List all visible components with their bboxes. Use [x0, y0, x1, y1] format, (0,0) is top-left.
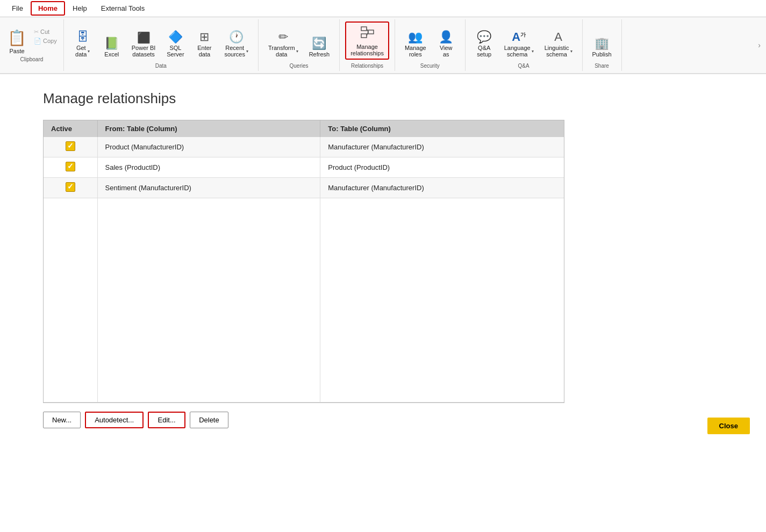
relationships-table: Active From: Table (Column) To: Table (C…: [44, 120, 564, 402]
enter-data-icon: ⊞: [199, 31, 209, 43]
paste-button[interactable]: 📋 Paste: [4, 28, 30, 55]
content-area: Manage relationships Active From: Table …: [0, 74, 766, 450]
page-title: Manage relationships: [43, 90, 723, 107]
to-cell-2: Product (ProductID): [320, 157, 564, 178]
refresh-button[interactable]: 🔄 Refresh: [305, 35, 334, 60]
from-cell-2: Sales (ProductID): [97, 157, 320, 178]
enter-data-button[interactable]: ⊞ Enter data: [191, 29, 218, 60]
relationships-group-label: Relationships: [351, 63, 383, 69]
empty-rows: [44, 198, 564, 402]
to-cell-1: Manufacturer (ManufacturerID): [320, 137, 564, 157]
manage-roles-button[interactable]: 👥 Manage roles: [400, 29, 431, 60]
table-row[interactable]: Product (ManufacturerID) Manufacturer (M…: [44, 137, 564, 157]
language-icon: A가: [512, 31, 526, 43]
linguistic-icon: A: [554, 31, 562, 43]
get-data-button[interactable]: 🗄 Get data▾: [69, 29, 96, 60]
table-row[interactable]: Sentiment (ManufacturerID) Manufacturer …: [44, 178, 564, 198]
ribbon-group-queries: ✏ Transform data▾ 🔄 Refresh Queries: [259, 19, 340, 71]
excel-icon: 📗: [104, 38, 119, 49]
get-data-icon: 🗄: [77, 31, 89, 43]
excel-button[interactable]: 📗 Excel: [98, 35, 125, 60]
from-cell-3: Sentiment (ManufacturerID): [97, 178, 320, 198]
active-checkbox-1[interactable]: [66, 141, 75, 151]
active-cell-1[interactable]: [44, 137, 97, 157]
language-schema-button[interactable]: A가 Language schema▾: [500, 29, 538, 60]
svg-rect-2: [368, 30, 374, 34]
active-checkbox-3[interactable]: [66, 182, 75, 192]
edit-button[interactable]: Edit...: [148, 412, 185, 428]
ribbon-group-security: 👥 Manage roles 👤 View as Security: [395, 19, 466, 71]
active-checkbox-2[interactable]: [66, 162, 75, 171]
qa-group-label: Q&A: [518, 63, 529, 69]
action-buttons: New... Autodetect... Edit... Delete: [43, 412, 564, 428]
close-button-wrapper: Close: [707, 418, 750, 434]
from-cell-1: Product (ManufacturerID): [97, 137, 320, 157]
publish-icon: 🏢: [595, 38, 609, 49]
ribbon-expand-icon[interactable]: ›: [758, 41, 761, 49]
table-row[interactable]: Sales (ProductID) Product (ProductID): [44, 157, 564, 178]
ribbon-group-qa: 💬 Q&A setup A가 Language schema▾ A Lingui…: [466, 19, 583, 71]
ribbon-group-clipboard: 📋 Paste ✂ Cut 📄 Copy Clipboard: [0, 19, 64, 71]
qa-icon: 💬: [477, 31, 491, 43]
sql-server-button[interactable]: 🔷 SQL Server: [162, 29, 189, 60]
ribbon: 📋 Paste ✂ Cut 📄 Copy Clipboard 🗄 Get: [0, 17, 766, 74]
new-button[interactable]: New...: [43, 412, 81, 428]
close-button[interactable]: Close: [707, 418, 750, 434]
ribbon-group-data: 🗄 Get data▾ 📗 Excel ⬛ Power BI datasets …: [64, 19, 259, 71]
cut-button[interactable]: ✂ Cut: [32, 28, 59, 36]
queries-group-label: Queries: [290, 63, 309, 69]
svg-rect-1: [361, 34, 367, 38]
menu-home[interactable]: Home: [31, 1, 65, 16]
menu-help[interactable]: Help: [66, 2, 94, 15]
copy-button[interactable]: 📄 Copy: [32, 37, 59, 45]
qa-setup-button[interactable]: 💬 Q&A setup: [471, 29, 498, 60]
recent-sources-button[interactable]: 🕐 Recent sources▾: [220, 29, 253, 60]
share-group-label: Share: [595, 63, 609, 69]
col-to: To: Table (Column): [320, 120, 564, 137]
manage-relationships-button[interactable]: Manage relationships: [345, 21, 389, 60]
power-bi-datasets-button[interactable]: ⬛ Power BI datasets: [127, 30, 160, 60]
view-as-button[interactable]: 👤 View as: [433, 29, 460, 60]
col-active: Active: [44, 120, 97, 137]
active-cell-2[interactable]: [44, 157, 97, 178]
transform-icon: ✏: [278, 31, 288, 43]
ribbon-group-share: 🏢 Publish Share: [583, 19, 622, 71]
recent-icon: 🕐: [229, 31, 244, 43]
menu-bar: File Home Help External Tools: [0, 0, 766, 17]
sql-icon: 🔷: [168, 31, 183, 43]
powerbi-icon: ⬛: [137, 32, 151, 43]
security-group-label: Security: [420, 63, 440, 69]
manage-rel-icon: [360, 25, 375, 42]
menu-external-tools[interactable]: External Tools: [95, 2, 151, 15]
view-as-icon: 👤: [439, 31, 453, 43]
clipboard-group-label: Clipboard: [4, 56, 59, 62]
data-group-label: Data: [155, 63, 167, 69]
menu-file[interactable]: File: [5, 2, 30, 15]
autodetect-button[interactable]: Autodetect...: [85, 412, 144, 428]
svg-rect-0: [361, 27, 367, 31]
active-cell-3[interactable]: [44, 178, 97, 198]
refresh-icon: 🔄: [312, 38, 326, 49]
to-cell-3: Manufacturer (ManufacturerID): [320, 178, 564, 198]
manage-roles-icon: 👥: [408, 31, 423, 43]
relationships-table-wrapper: Active From: Table (Column) To: Table (C…: [43, 120, 564, 403]
linguistic-schema-button[interactable]: A Linguistic schema▾: [540, 29, 577, 60]
col-from: From: Table (Column): [97, 120, 320, 137]
transform-data-button[interactable]: ✏ Transform data▾: [264, 29, 303, 60]
publish-button[interactable]: 🏢 Publish: [588, 35, 616, 60]
delete-button[interactable]: Delete: [190, 412, 228, 428]
ribbon-group-relationships: Manage relationships Relationships: [340, 19, 395, 71]
table-header-row: Active From: Table (Column) To: Table (C…: [44, 120, 564, 137]
